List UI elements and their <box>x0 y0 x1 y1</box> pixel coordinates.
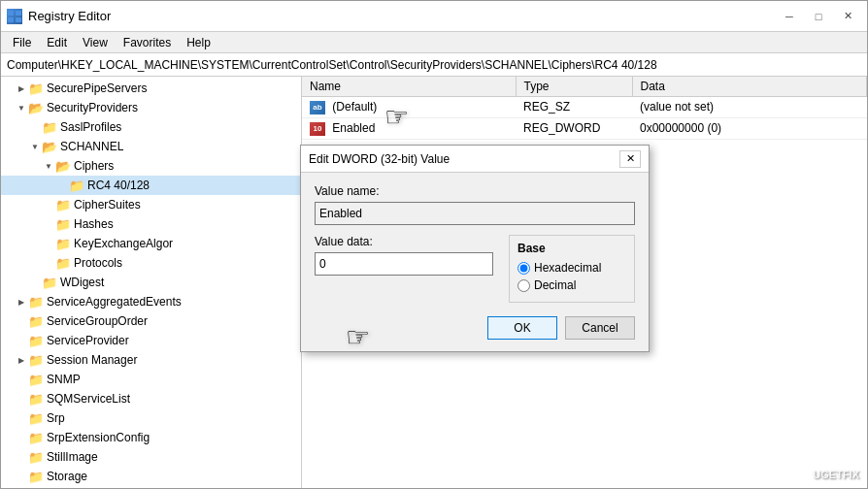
tree-item-serviceprovider[interactable]: ▶ 📁 ServiceProvider <box>1 331 301 350</box>
tree-item-stillimage[interactable]: ▶ 📁 StillImage <box>1 447 301 467</box>
tree-item-sessionmanager[interactable]: ▶ 📁 Session Manager <box>1 350 301 370</box>
tree-item-securityproviders[interactable]: ▼ 📂 SecurityProviders <box>1 98 301 117</box>
folder-icon: 📁 <box>55 217 71 231</box>
tree-label: SCHANNEL <box>60 140 123 153</box>
expand-arrow: ▶ <box>42 256 55 270</box>
title-bar: Registry Editor ─ □ ✕ <box>1 1 867 32</box>
hex-radio[interactable] <box>517 262 530 275</box>
expand-arrow: ▶ <box>42 198 55 212</box>
tree-label: ServiceAggregatedEvents <box>47 295 182 309</box>
hexadecimal-option[interactable]: Hexadecimal <box>517 261 626 275</box>
reg-dw-icon: 10 <box>310 122 325 136</box>
tree-item-saslprofiles[interactable]: ▶ 📁 SaslProfiles <box>1 117 301 137</box>
expand-arrow: ▶ <box>15 82 28 95</box>
base-label: Base <box>517 242 626 255</box>
dec-radio[interactable] <box>517 279 530 292</box>
value-data: (value not set) <box>632 97 867 118</box>
menu-help[interactable]: Help <box>179 35 218 50</box>
folder-icon: 📁 <box>28 373 44 386</box>
reg-sz-icon: ab <box>310 101 325 114</box>
folder-icon: 📁 <box>28 82 44 95</box>
expand-arrow: ▶ <box>15 470 28 483</box>
folder-icon: 📁 <box>55 198 71 212</box>
address-bar: Computer\HKEY_LOCAL_MACHINE\SYSTEM\Curre… <box>1 53 867 77</box>
tree-item-sqm[interactable]: ▶ 📁 SQMServiceList <box>1 389 301 408</box>
folder-icon: 📁 <box>28 295 44 309</box>
folder-icon: 📁 <box>42 120 57 134</box>
expand-arrow: ▶ <box>55 179 69 192</box>
tree-item-rc4[interactable]: ▶ 📁 RC4 40/128 <box>1 176 301 195</box>
folder-icon: 📁 <box>28 314 44 328</box>
folder-icon: 📁 <box>55 256 71 270</box>
menu-file[interactable]: File <box>5 35 39 50</box>
folder-icon: 📁 <box>28 450 44 464</box>
tree-item-wdigest[interactable]: ▶ 📁 WDigest <box>1 273 301 292</box>
value-data-label: Value data: <box>315 235 493 248</box>
expand-arrow: ▶ <box>28 276 42 289</box>
folder-icon: 📂 <box>28 101 44 114</box>
expand-arrow: ▶ <box>15 431 28 444</box>
expand-arrow: ▼ <box>15 101 28 114</box>
tree-item-protocols[interactable]: ▶ 📁 Protocols <box>1 253 301 273</box>
value-data-input[interactable] <box>315 252 493 276</box>
address-path: Computer\HKEY_LOCAL_MACHINE\SYSTEM\Curre… <box>7 58 657 72</box>
folder-icon: 📁 <box>28 411 44 425</box>
tree-label: SecurePipeServers <box>47 82 147 95</box>
decimal-option[interactable]: Decimal <box>517 278 626 292</box>
tree-item-storagemgmt[interactable]: ▶ 📁 StorageManagement <box>1 486 301 488</box>
tree-item-ciphers[interactable]: ▼ 📂 Ciphers <box>1 156 301 176</box>
value-name-input[interactable] <box>315 202 635 225</box>
tree-item-securepipeservers[interactable]: ▶ 📁 SecurePipeServers <box>1 79 301 98</box>
tree-item-servicegrouporder[interactable]: ▶ 📁 ServiceGroupOrder <box>1 311 301 331</box>
tree-item-storage[interactable]: ▶ 📁 Storage <box>1 467 301 486</box>
col-type: Type <box>516 77 632 97</box>
cancel-button[interactable]: Cancel <box>565 316 635 340</box>
tree-label: SQMServiceList <box>47 392 130 406</box>
tree-label: CipherSuites <box>74 198 141 212</box>
tree-label: SNMP <box>47 373 81 386</box>
folder-icon: 📁 <box>28 392 44 406</box>
tree-item-snmp[interactable]: ▶ 📁 SNMP <box>1 370 301 389</box>
value-data: 0x00000000 (0) <box>632 117 867 139</box>
dialog-title: Edit DWORD (32-bit) Value <box>309 152 450 166</box>
tree-item-srpext[interactable]: ▶ 📁 SrpExtensionConfig <box>1 428 301 447</box>
menu-favorites[interactable]: Favorites <box>116 35 179 50</box>
tree-item-serviceagg[interactable]: ▶ 📁 ServiceAggregatedEvents <box>1 292 301 311</box>
folder-icon: 📁 <box>69 179 84 192</box>
minimize-button[interactable]: ─ <box>776 6 803 27</box>
folder-icon: 📁 <box>28 353 44 367</box>
expand-arrow: ▶ <box>15 353 28 367</box>
tree-item-keyexchange[interactable]: ▶ 📁 KeyExchangeAlgor <box>1 234 301 253</box>
tree-item-ciphersuites[interactable]: ▶ 📁 CipherSuites <box>1 195 301 214</box>
expand-arrow: ▶ <box>15 373 28 386</box>
menu-view[interactable]: View <box>75 35 116 50</box>
table-row[interactable]: 10 Enabled REG_DWORD 0x00000000 (0) <box>302 117 867 139</box>
dialog-title-bar: Edit DWORD (32-bit) Value ✕ <box>301 146 649 173</box>
expand-arrow: ▼ <box>28 140 42 153</box>
table-row[interactable]: ab (Default) REG_SZ (value not set) <box>302 97 867 118</box>
svg-rect-1 <box>16 11 21 16</box>
ok-button[interactable]: OK <box>487 316 557 340</box>
tree-label: WDigest <box>60 276 104 289</box>
base-group: Base Hexadecimal Decimal <box>509 235 635 303</box>
value-name-label: Value name: <box>315 184 635 198</box>
expand-arrow: ▼ <box>42 159 55 173</box>
tree-item-hashes[interactable]: ▶ 📁 Hashes <box>1 214 301 234</box>
menu-edit[interactable]: Edit <box>39 35 75 50</box>
expand-arrow: ▶ <box>15 392 28 406</box>
window-title: Registry Editor <box>28 9 111 23</box>
svg-rect-0 <box>8 11 14 16</box>
hex-label: Hexadecimal <box>534 261 601 275</box>
value-name: ab (Default) <box>302 97 516 118</box>
tree-item-srp[interactable]: ▶ 📁 Srp <box>1 408 301 428</box>
close-button[interactable]: ✕ <box>834 6 861 27</box>
tree-label: Srp <box>47 411 65 425</box>
maximize-button[interactable]: □ <box>805 6 832 27</box>
dialog-body: Value name: Value data: Base Hexadecimal <box>301 173 649 351</box>
col-data: Data <box>632 77 867 97</box>
value-name: 10 Enabled <box>302 117 516 139</box>
value-type: REG_DWORD <box>516 117 632 139</box>
tree-item-schannel[interactable]: ▼ 📂 SCHANNEL <box>1 137 301 156</box>
tree-label: Session Manager <box>47 353 137 367</box>
dialog-close-button[interactable]: ✕ <box>619 150 641 168</box>
